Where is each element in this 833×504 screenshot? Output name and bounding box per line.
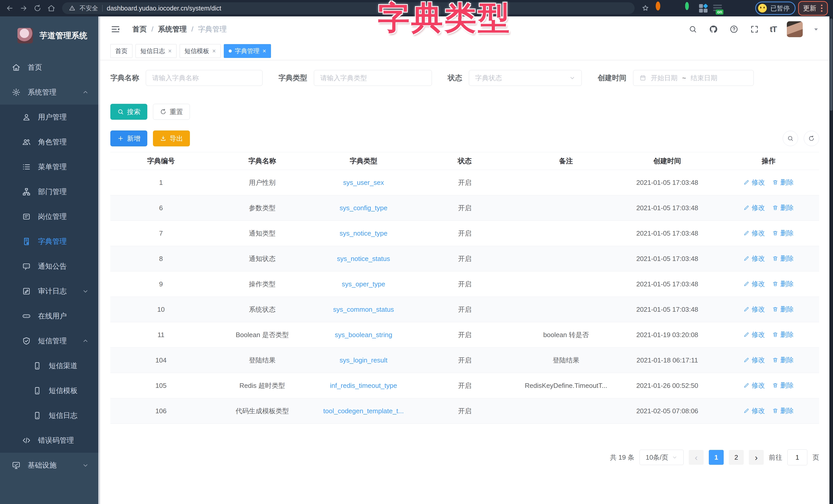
page-button-2[interactable]: 2 [729, 450, 744, 465]
sidebar-item-gear[interactable]: 系统管理 [0, 80, 100, 105]
delete-link[interactable]: 删除 [772, 305, 794, 314]
update-button[interactable]: 更新 [798, 1, 828, 16]
edit-link[interactable]: 修改 [743, 356, 765, 364]
sidebar-item-phone[interactable]: 短信日志 [0, 403, 100, 428]
page-scrollbar[interactable] [829, 17, 833, 504]
sidebar-item-phone[interactable]: 短信模板 [0, 378, 100, 403]
forward-icon[interactable] [18, 3, 29, 14]
breadcrumb-item[interactable]: 系统管理 [158, 24, 187, 34]
sidebar-item-tree[interactable]: 部门管理 [0, 179, 100, 204]
edit-link[interactable]: 修改 [743, 381, 765, 390]
delete-link[interactable]: 删除 [772, 203, 794, 212]
sidebar-item-online[interactable]: 在线用户 [0, 304, 100, 328]
edit-link[interactable]: 修改 [743, 330, 765, 339]
dict-type-link[interactable]: sys_common_status [333, 306, 394, 313]
dict-type-link[interactable]: sys_boolean_string [335, 331, 392, 339]
delete-link[interactable]: 删除 [772, 229, 794, 238]
sidebar-item-infra[interactable]: 基础设施 [0, 453, 100, 478]
chrome-home-icon[interactable] [46, 3, 57, 14]
app-logo[interactable]: 芋道管理系统 [0, 17, 100, 55]
sidebar-item-menu[interactable]: 菜单管理 [0, 154, 100, 179]
dict-type-link[interactable]: sys_notice_status [337, 255, 390, 262]
end-date-placeholder[interactable]: 结束日期 [691, 74, 717, 82]
profile-paused-chip[interactable]: 已暂停 [755, 2, 795, 15]
user-avatar[interactable] [787, 21, 803, 37]
address-bar[interactable]: 不安全 dashboard.yudao.iocoder.cn/system/di… [62, 2, 635, 14]
export-button[interactable]: 导出 [153, 130, 190, 146]
dict-type-link[interactable]: sys_config_type [339, 204, 387, 212]
edit-link[interactable]: 修改 [743, 279, 765, 288]
dict-type-link[interactable]: sys_notice_type [339, 229, 387, 237]
dict-type-link[interactable]: inf_redis_timeout_type [330, 382, 397, 389]
page-size-select[interactable]: 10条/页 [640, 450, 684, 465]
back-icon[interactable] [4, 3, 16, 14]
font-size-icon[interactable]: tT [770, 25, 777, 34]
goto-page-input[interactable] [787, 449, 807, 465]
delete-link[interactable]: 删除 [772, 356, 794, 364]
next-page-button[interactable]: › [749, 450, 764, 465]
sidebar-item-post[interactable]: 岗位管理 [0, 204, 100, 229]
add-button[interactable]: 新增 [110, 130, 147, 146]
status-select[interactable]: 字典状态 [469, 70, 582, 86]
ghost-extension-icon[interactable] [742, 4, 751, 12]
url-text[interactable]: dashboard.yudao.iocoder.cn/system/dict [107, 5, 221, 12]
edit-link[interactable]: 修改 [743, 203, 765, 212]
toggle-search-button[interactable] [783, 131, 798, 146]
gem-extension-icon[interactable] [670, 4, 679, 12]
delete-link[interactable]: 删除 [772, 406, 794, 415]
search-icon[interactable] [688, 24, 698, 34]
search-button[interactable]: 搜索 [110, 104, 147, 120]
sidebar-item-audit[interactable]: 审计日志 [0, 279, 100, 304]
refresh-button[interactable] [804, 131, 819, 146]
page-button-1[interactable]: 1 [709, 450, 724, 465]
delete-link[interactable]: 删除 [772, 279, 794, 288]
reload-icon[interactable] [32, 3, 43, 14]
adblock-on-extension-icon[interactable]: on [713, 4, 722, 12]
tab-短信模板[interactable]: 短信模板× [180, 44, 221, 58]
dict-type-input[interactable] [314, 70, 432, 86]
sidebar-item-home[interactable]: 首页 [0, 55, 100, 80]
reset-button[interactable]: 重置 [153, 104, 190, 120]
menu-dots-icon[interactable] [820, 4, 823, 12]
github-icon[interactable] [708, 24, 718, 34]
security-label[interactable]: 不安全 [79, 4, 98, 12]
sidebar-item-user[interactable]: 用户管理 [0, 105, 100, 129]
dict-name-input[interactable] [146, 70, 263, 86]
edit-link[interactable]: 修改 [743, 178, 765, 187]
sidebar-item-notice[interactable]: 通知公告 [0, 254, 100, 279]
sidebar-item-users[interactable]: 角色管理 [0, 129, 100, 154]
edit-link[interactable]: 修改 [743, 254, 765, 263]
fullscreen-icon[interactable] [749, 24, 760, 34]
grid-extension-icon[interactable] [699, 4, 708, 12]
tab-首页[interactable]: 首页 [110, 44, 133, 58]
tab-短信日志[interactable]: 短信日志× [136, 44, 176, 58]
delete-link[interactable]: 删除 [772, 381, 794, 390]
sidebar-item-phone[interactable]: 短信渠道 [0, 353, 100, 378]
green-extension-icon[interactable] [684, 4, 693, 12]
date-range-picker[interactable]: 开始日期 ~ 结束日期 [633, 70, 754, 86]
start-date-placeholder[interactable]: 开始日期 [651, 74, 677, 82]
plant-extension-icon[interactable] [728, 4, 736, 12]
sidebar-item-code[interactable]: 错误码管理 [0, 428, 100, 453]
sidebar-item-sms[interactable]: 短信管理 [0, 328, 100, 353]
close-icon[interactable]: × [168, 48, 172, 54]
dict-type-link[interactable]: sys_oper_type [342, 280, 385, 288]
sidebar-item-dict[interactable]: 字典管理 [0, 229, 100, 254]
dict-type-link[interactable]: sys_login_result [339, 356, 387, 364]
close-icon[interactable]: × [263, 48, 266, 54]
bookmark-star-icon[interactable] [640, 3, 651, 14]
hamburger-icon[interactable] [110, 24, 122, 35]
delete-link[interactable]: 删除 [772, 178, 794, 187]
chevron-down-icon[interactable] [813, 26, 819, 32]
delete-link[interactable]: 删除 [772, 330, 794, 339]
close-icon[interactable]: × [212, 48, 216, 54]
dict-type-link[interactable]: sys_user_sex [343, 179, 384, 186]
edit-link[interactable]: 修改 [743, 305, 765, 314]
help-icon[interactable] [729, 24, 739, 34]
delete-link[interactable]: 删除 [772, 254, 794, 263]
tab-字典管理[interactable]: 字典管理× [224, 44, 271, 58]
prev-page-button[interactable]: ‹ [689, 450, 704, 465]
target-extension-icon[interactable] [656, 4, 664, 12]
edit-link[interactable]: 修改 [743, 229, 765, 238]
edit-link[interactable]: 修改 [743, 406, 765, 415]
